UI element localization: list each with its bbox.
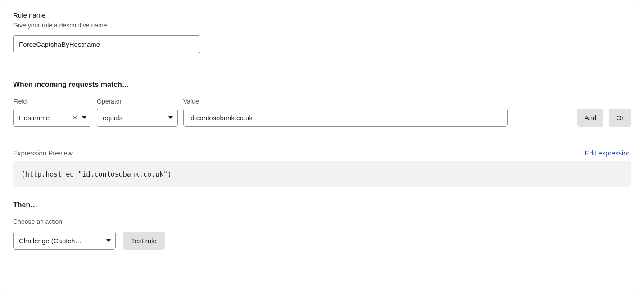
filter-row: Field Hostname ✕ Operator equals Value A… bbox=[13, 98, 631, 127]
expression-label: Expression Preview bbox=[13, 149, 73, 157]
match-section: When incoming requests match… Field Host… bbox=[13, 81, 631, 127]
and-button[interactable]: And bbox=[577, 109, 604, 127]
action-select-value: Challenge (Captch… bbox=[19, 237, 104, 245]
expression-header-row: Expression Preview Edit expression bbox=[13, 149, 631, 157]
operator-label: Operator bbox=[97, 98, 178, 105]
field-select[interactable]: Hostname ✕ bbox=[13, 109, 91, 127]
section-divider bbox=[13, 67, 631, 67]
operator-select-value: equals bbox=[103, 114, 167, 122]
close-icon[interactable]: ✕ bbox=[70, 115, 80, 121]
chevron-down-icon bbox=[106, 239, 111, 242]
operator-select[interactable]: equals bbox=[97, 109, 178, 127]
test-rule-button[interactable]: Test rule bbox=[123, 232, 165, 250]
then-description: Choose an action bbox=[13, 218, 631, 225]
rule-name-label: Rule name bbox=[13, 11, 631, 19]
field-select-value: Hostname bbox=[19, 114, 70, 122]
field-label: Field bbox=[13, 98, 91, 105]
expression-preview: (http.host eq "id.contosobank.co.uk") bbox=[13, 161, 631, 187]
chevron-down-icon bbox=[168, 116, 173, 119]
value-input[interactable] bbox=[183, 109, 508, 127]
rule-name-input[interactable] bbox=[13, 35, 200, 53]
operator-column: Operator equals bbox=[97, 98, 178, 127]
field-column: Field Hostname ✕ bbox=[13, 98, 91, 127]
then-heading: Then… bbox=[13, 201, 631, 209]
rule-editor-panel: Rule name Give your rule a descriptive n… bbox=[4, 4, 640, 296]
rule-name-description: Give your rule a descriptive name bbox=[13, 22, 631, 29]
value-label: Value bbox=[183, 98, 572, 105]
rule-name-section: Rule name Give your rule a descriptive n… bbox=[13, 11, 631, 53]
then-section: Then… Choose an action Challenge (Captch… bbox=[13, 201, 631, 250]
match-heading: When incoming requests match… bbox=[13, 81, 631, 89]
chevron-down-icon bbox=[82, 116, 86, 119]
then-row: Challenge (Captch… Test rule bbox=[13, 232, 631, 250]
edit-expression-link[interactable]: Edit expression bbox=[585, 149, 631, 157]
action-select[interactable]: Challenge (Captch… bbox=[13, 232, 116, 250]
value-column: Value bbox=[183, 98, 572, 127]
or-button[interactable]: Or bbox=[609, 109, 631, 127]
